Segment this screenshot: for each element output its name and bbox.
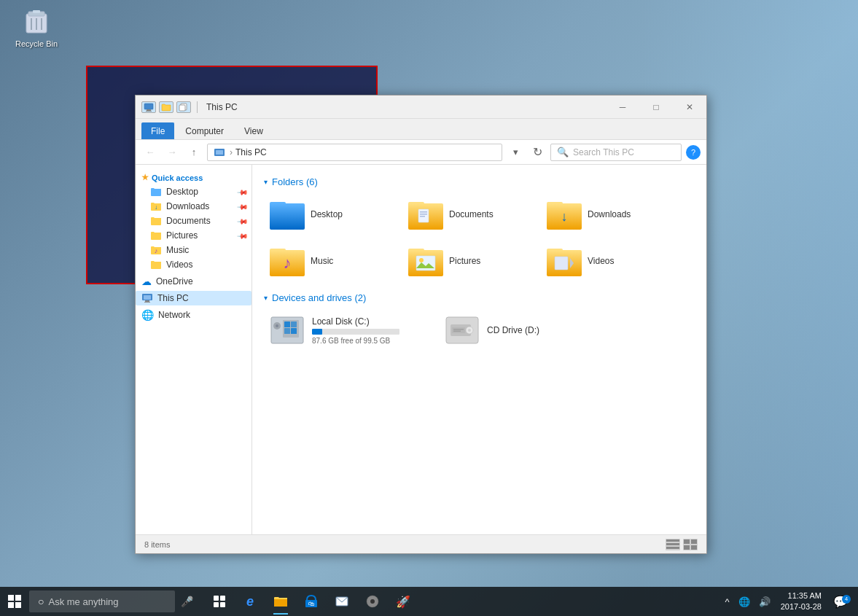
- ribbon-tabs: File Computer View: [136, 119, 706, 139]
- sidebar: ★ Quick access Desktop 📌 ↓: [136, 165, 252, 534]
- sidebar-item-desktop[interactable]: Desktop 📌: [136, 184, 251, 199]
- svg-marker-26: [570, 258, 574, 268]
- sidebar-this-pc-label: This PC: [157, 293, 189, 303]
- documents-folder-icon-sm: [150, 216, 162, 226]
- search-box[interactable]: 🔍 Search This PC: [550, 144, 682, 161]
- back-button[interactable]: ←: [141, 144, 159, 161]
- cdrom-info: CD Drive (D:): [487, 325, 539, 335]
- show-hidden-icons[interactable]: ^: [722, 595, 733, 609]
- sidebar-item-videos[interactable]: Videos: [136, 257, 251, 272]
- sidebar-item-downloads[interactable]: ↓ Downloads 📌: [136, 199, 251, 214]
- clock[interactable]: 11:35 AM 2017-03-28: [776, 590, 826, 613]
- folders-header-label: Folders (6): [272, 176, 318, 187]
- close-button[interactable]: ✕: [673, 95, 706, 119]
- devices-chevron: ▾: [264, 294, 268, 302]
- dropdown-button[interactable]: ▾: [507, 144, 524, 161]
- sidebar-item-music[interactable]: ♪ Music: [136, 243, 251, 257]
- desktop-folder-icon: [270, 199, 305, 230]
- folder-item-pictures[interactable]: Pictures: [402, 241, 534, 281]
- svg-rect-18: [144, 302, 150, 303]
- svg-rect-10: [179, 105, 185, 111]
- svg-rect-48: [691, 545, 697, 550]
- pin-icon-pictures: 📌: [237, 230, 249, 241]
- sidebar-network-label: Network: [158, 310, 190, 320]
- device-item-c[interactable]: Local Disk (C:) 87.6 GB free of 99.5 GB: [264, 311, 432, 350]
- svg-text:♪: ♪: [155, 247, 158, 254]
- folder-item-desktop[interactable]: Desktop: [264, 195, 395, 234]
- folder-item-documents[interactable]: Documents: [402, 195, 534, 234]
- taskbar-games[interactable]: 🚀: [389, 587, 418, 616]
- svg-rect-44: [666, 547, 679, 549]
- cdrom-label: CD Drive (D:): [487, 325, 539, 335]
- folder-item-downloads[interactable]: Downloads: [541, 195, 672, 234]
- pin-icon-documents: 📌: [237, 215, 249, 227]
- view-icon-tiles[interactable]: [683, 539, 698, 550]
- recycle-bin-icon[interactable]: Recycle Bin: [11, 7, 62, 48]
- taskbar-apps: e 🛍: [199, 587, 717, 616]
- svg-rect-49: [8, 595, 14, 601]
- address-bar: ← → ↑ › This PC ▾ ↻ 🔍 Search This PC ?: [136, 140, 706, 165]
- tab-computer[interactable]: Computer: [176, 122, 233, 139]
- svg-rect-41: [453, 331, 461, 332]
- taskbar-mail[interactable]: [327, 587, 356, 616]
- desktop-folder-icon-sm: [150, 187, 162, 197]
- search-icon-taskbar: ○: [38, 596, 44, 607]
- taskbar-file-explorer[interactable]: [266, 587, 295, 616]
- cdrom-icon-area: [445, 315, 480, 346]
- folder-item-music[interactable]: ♪ Music: [264, 241, 395, 281]
- sidebar-item-pictures[interactable]: Pictures 📌: [136, 228, 251, 243]
- settings-icon: [366, 595, 379, 608]
- sidebar-desktop-label: Desktop: [166, 187, 198, 197]
- tab-file[interactable]: File: [141, 122, 174, 139]
- devices-section-header[interactable]: ▾ Devices and drives (2): [264, 292, 695, 303]
- sidebar-item-onedrive[interactable]: ☁ OneDrive: [136, 273, 251, 289]
- taskbar-task-view[interactable]: [205, 587, 234, 616]
- documents-folder-icon: [408, 199, 443, 230]
- view-icon-list[interactable]: [666, 539, 680, 550]
- hdd-label: Local Disk (C:): [312, 316, 399, 327]
- svg-rect-42: [666, 539, 679, 542]
- minimize-button[interactable]: ─: [606, 95, 639, 119]
- recycle-bin-graphic: [22, 7, 51, 36]
- sidebar-section-onedrive: ☁ OneDrive: [136, 273, 251, 289]
- title-bar-quick-access-icons: [141, 101, 200, 113]
- maximize-button[interactable]: □: [639, 95, 673, 119]
- main-area: ★ Quick access Desktop 📌 ↓: [136, 165, 706, 534]
- taskbar-edge[interactable]: e: [235, 587, 265, 616]
- taskbar-store[interactable]: 🛍: [297, 587, 326, 616]
- sidebar-documents-label: Documents: [166, 216, 211, 226]
- address-path[interactable]: › This PC: [207, 144, 502, 161]
- title-bar: This PC ─ □ ✕: [136, 95, 706, 119]
- taskbar-settings[interactable]: [358, 587, 387, 616]
- task-view-icon: [213, 595, 226, 608]
- folder-item-videos[interactable]: Videos: [541, 241, 672, 281]
- help-button[interactable]: ?: [686, 145, 701, 160]
- taskbar: ○ Ask me anything 🎤 e: [0, 587, 858, 616]
- volume-icon[interactable]: 🔊: [756, 595, 773, 609]
- svg-rect-54: [220, 596, 225, 601]
- microphone-button[interactable]: 🎤: [175, 596, 199, 607]
- refresh-button[interactable]: ↻: [529, 144, 546, 161]
- forward-button[interactable]: →: [163, 144, 181, 161]
- notification-center[interactable]: 💬 4: [829, 593, 852, 610]
- computer-icon-sm: [141, 293, 153, 303]
- quick-access-header[interactable]: ★ Quick access: [136, 171, 251, 184]
- window-controls: ─ □ ✕: [606, 95, 706, 119]
- start-button[interactable]: [0, 587, 29, 616]
- svg-rect-50: [15, 595, 21, 601]
- sidebar-item-documents[interactable]: Documents 📌: [136, 214, 251, 228]
- svg-rect-6: [144, 104, 153, 109]
- folders-section-header[interactable]: ▾ Folders (6): [264, 176, 695, 187]
- sidebar-item-network[interactable]: 🌐 Network: [136, 307, 251, 323]
- sidebar-item-this-pc[interactable]: This PC: [136, 291, 251, 305]
- tab-view[interactable]: View: [235, 122, 273, 139]
- network-icon-tray[interactable]: 🌐: [736, 595, 753, 609]
- svg-rect-46: [691, 539, 697, 544]
- star-icon: ★: [141, 173, 149, 182]
- system-tray: ^ 🌐 🔊 11:35 AM 2017-03-28 💬 4: [717, 590, 858, 613]
- svg-rect-16: [144, 295, 151, 300]
- taskbar-search[interactable]: ○ Ask me anything: [29, 590, 175, 612]
- device-item-d[interactable]: CD Drive (D:): [439, 311, 607, 350]
- up-button[interactable]: ↑: [185, 144, 203, 161]
- devices-grid: Local Disk (C:) 87.6 GB free of 99.5 GB: [264, 311, 695, 350]
